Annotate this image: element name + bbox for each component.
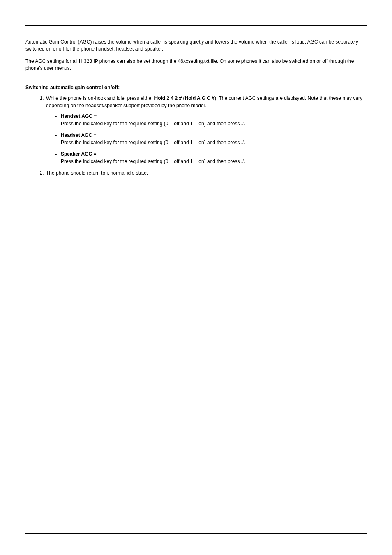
step1-hold-1: Hold 2 4 2 # — [154, 95, 182, 101]
agc-options-list: Handset AGC = Press the indicated key fo… — [46, 113, 367, 165]
handset-agc-label: Handset AGC = — [61, 113, 97, 119]
step1-mid: ( — [182, 95, 184, 101]
step1-pre: While the phone is on-hook and idle, pre… — [46, 95, 154, 101]
speaker-agc-label: Speaker AGC = — [61, 151, 97, 157]
intro-paragraph-1: Automatic Gain Control (AGC) raises the … — [25, 39, 367, 53]
headset-agc-label: Headset AGC = — [61, 132, 97, 138]
bottom-horizontal-rule — [25, 533, 367, 534]
intro-paragraph-2: The AGC settings for all H.323 IP phones… — [25, 58, 367, 72]
steps-list: While the phone is on-hook and idle, pre… — [25, 94, 367, 177]
top-horizontal-rule — [25, 25, 367, 26]
section-heading: Switching automatic gain control on/off: — [25, 85, 367, 90]
step-1: While the phone is on-hook and idle, pre… — [45, 94, 367, 165]
handset-agc-desc: Press the indicated key for the required… — [61, 121, 245, 127]
list-item: Speaker AGC = Press the indicated key fo… — [61, 150, 367, 165]
list-item: Handset AGC = Press the indicated key fo… — [61, 113, 367, 127]
step1-hold-2: Hold A G C # — [185, 95, 214, 101]
speaker-agc-desc: Press the indicated key for the required… — [61, 159, 245, 164]
step-2: The phone should return to it normal idl… — [45, 169, 367, 177]
headset-agc-desc: Press the indicated key for the required… — [61, 140, 245, 145]
list-item: Headset AGC = Press the indicated key fo… — [61, 131, 367, 146]
